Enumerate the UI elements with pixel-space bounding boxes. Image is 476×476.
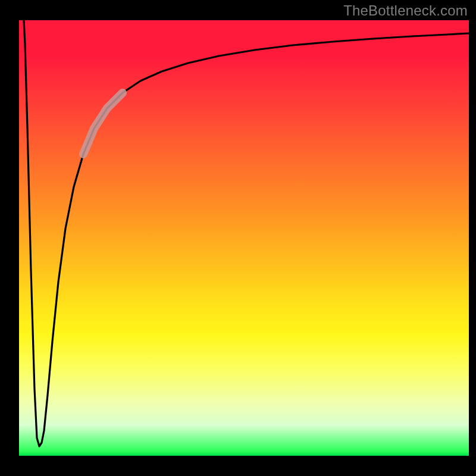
plot-area bbox=[19, 20, 469, 456]
highlight-segment bbox=[83, 93, 123, 154]
curve-color: #000000 bbox=[0, 0, 1, 1]
chart-frame: TheBottleneck.com #000000 #c89a9a bbox=[0, 0, 476, 476]
curve-layer bbox=[19, 20, 469, 456]
watermark-text: TheBottleneck.com bbox=[343, 2, 468, 19]
highlight-color: #c89a9a bbox=[0, 0, 1, 1]
bottleneck-curve bbox=[24, 20, 469, 446]
